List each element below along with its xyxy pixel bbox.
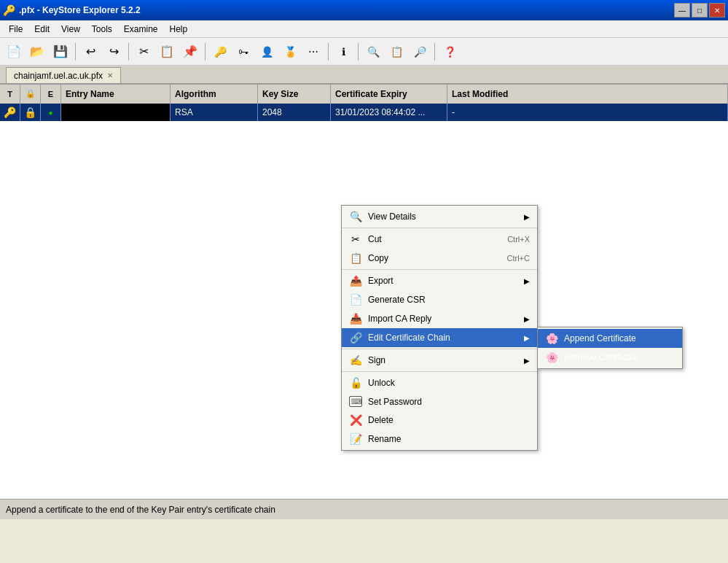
copy-icon: 📋	[349, 252, 362, 264]
ctx-edit-cert-chain[interactable]: 🔗 Edit Certificate Chain ▶ 🌸 Append Cert…	[342, 328, 537, 347]
help-button[interactable]: ❓	[439, 41, 461, 63]
export-icon: 📤	[349, 275, 362, 287]
generate-csr-icon: 📄	[349, 294, 362, 306]
ctx-copy[interactable]: 📋 Copy Ctrl+C	[342, 249, 537, 268]
ctx-sep2	[342, 269, 537, 270]
open-button[interactable]: 📂	[26, 41, 48, 63]
row-algorithm: RSA	[171, 104, 258, 121]
row-cert-expiry: 31/01/2023 08:44:02 ...	[331, 104, 447, 121]
remove-cert-icon: 🌸	[545, 352, 558, 363]
menu-bar: File Edit View Tools Examine Help	[0, 20, 728, 38]
ctx-edit-cert-chain-label: Edit Certificate Chain	[368, 333, 450, 343]
main-content: T 🔒 E Entry Name Algorithm Key Size Cert…	[0, 85, 728, 519]
save-button[interactable]: 💾	[50, 41, 71, 63]
maximize-button[interactable]: □	[692, 3, 708, 18]
ctx-delete[interactable]: ❌ Delete	[342, 411, 537, 430]
ctx-edit-cert-chain-arrow: ▶	[524, 334, 530, 342]
app-icon: 🔑	[3, 4, 15, 16]
set-password-icon: ⌨	[349, 396, 362, 407]
edit-cert-chain-icon: 🔗	[349, 332, 362, 343]
toolbar-sep2	[128, 43, 129, 61]
toolbar: 📄 📂 💾 ↩ ↪ ✂ 📋 📌 🔑 🗝 👤 🏅 ⋯ ℹ 🔍 📋 🔎 ❓	[0, 38, 728, 66]
close-button[interactable]: ✕	[709, 3, 725, 18]
ctx-copy-shortcut: Ctrl+C	[507, 254, 530, 263]
menu-examine[interactable]: Examine	[118, 23, 164, 36]
th-type: T	[0, 85, 20, 104]
dotdot-button[interactable]: ⋯	[302, 41, 324, 63]
menu-edit[interactable]: Edit	[28, 23, 55, 36]
minimize-button[interactable]: —	[674, 3, 690, 18]
th-key-size: Key Size	[258, 85, 331, 104]
person-button[interactable]: 👤	[256, 41, 278, 63]
ctx-remove-cert-label: Remove Certificate	[564, 352, 638, 362]
delete-icon: ❌	[349, 414, 362, 426]
ctx-cut-label: Cut	[368, 234, 382, 244]
search-button[interactable]: 🔍	[362, 41, 384, 63]
th-status: E	[41, 85, 61, 104]
ctx-remove-cert[interactable]: 🌸 Remove Certificate	[538, 348, 682, 367]
magnify-button[interactable]: 🔎	[409, 41, 431, 63]
table-row[interactable]: 🔑 🔒 ● RSA 2048 31/01/2023 08:44:02 ... -	[0, 104, 728, 121]
undo-button[interactable]: ↩	[79, 41, 101, 63]
ctx-generate-csr-label: Generate CSR	[368, 295, 426, 305]
row-entry-name	[61, 104, 171, 121]
table-header: T 🔒 E Entry Name Algorithm Key Size Cert…	[0, 85, 728, 104]
ctx-import-ca-reply[interactable]: 📥 Import CA Reply ▶	[342, 309, 537, 328]
title-bar: 🔑 .pfx - KeyStore Explorer 5.2.2 — □ ✕	[0, 0, 728, 20]
ctx-unlock[interactable]: 🔓 Unlock	[342, 373, 537, 392]
ctx-arrow-icon: ▶	[524, 213, 530, 221]
keystore-tab[interactable]: chainjamf.uel.ac.uk.pfx ✕	[6, 67, 121, 83]
keygen-button[interactable]: 🔑	[209, 41, 231, 63]
ctx-rename[interactable]: 📝 Rename	[342, 430, 537, 449]
ctx-copy-label: Copy	[368, 253, 388, 263]
copy-button[interactable]: 📋	[156, 41, 178, 63]
row-status-icon: ●	[41, 104, 61, 121]
sign-icon: ✍	[349, 354, 362, 366]
append-cert-icon: 🌸	[545, 333, 558, 344]
ctx-sign[interactable]: ✍ Sign ▶	[342, 351, 537, 370]
row-key-size: 2048	[258, 104, 331, 121]
tab-close-button[interactable]: ✕	[107, 71, 113, 79]
window-controls: — □ ✕	[674, 3, 725, 18]
toolbar-sep3	[205, 43, 206, 61]
keypair-button[interactable]: 🗝	[232, 41, 254, 63]
new-button[interactable]: 📄	[3, 41, 25, 63]
ctx-sep1	[342, 228, 537, 228]
ctx-view-details-label: View Details	[368, 211, 416, 222]
ctx-generate-csr[interactable]: 📄 Generate CSR	[342, 290, 537, 309]
menu-help[interactable]: Help	[164, 23, 194, 36]
row-last-modified: -	[447, 104, 728, 121]
menu-view[interactable]: View	[55, 23, 86, 36]
toolbar-sep5	[358, 43, 359, 61]
menu-file[interactable]: File	[3, 23, 28, 36]
menu-tools[interactable]: Tools	[86, 23, 118, 36]
ctx-sign-label: Sign	[368, 355, 385, 365]
import-ca-icon: 📥	[349, 313, 362, 325]
tab-bar: chainjamf.uel.ac.uk.pfx ✕	[0, 66, 728, 85]
ctx-sign-arrow: ▶	[524, 357, 530, 365]
context-menu: 🔍 View Details ▶ ✂ Cut Ctrl+X 📋 Copy Ctr…	[341, 205, 538, 451]
row-lock-icon: 🔒	[20, 104, 41, 121]
th-last-modified: Last Modified	[447, 85, 728, 104]
redo-button[interactable]: ↪	[103, 41, 125, 63]
cut-button[interactable]: ✂	[133, 41, 154, 63]
ctx-import-ca-arrow: ▶	[524, 315, 530, 323]
status-bar: Append a certificate to the end of the K…	[0, 499, 728, 519]
tab-label: chainjamf.uel.ac.uk.pfx	[14, 71, 103, 81]
unlock-icon: 🔓	[349, 377, 362, 389]
ctx-set-password[interactable]: ⌨ Set Password	[342, 392, 537, 411]
ctx-cut[interactable]: ✂ Cut Ctrl+X	[342, 230, 537, 249]
toolbar-sep4	[328, 43, 329, 61]
toolbar-sep1	[75, 43, 76, 61]
ctx-rename-label: Rename	[368, 434, 401, 444]
paste-button[interactable]: 📌	[179, 41, 201, 63]
clipboard2-button[interactable]: 📋	[385, 41, 407, 63]
th-cert-expiry: Certificate Expiry	[331, 85, 447, 104]
ctx-append-cert[interactable]: 🌸 Append Certificate	[538, 329, 682, 348]
ctx-export[interactable]: 📤 Export ▶	[342, 271, 537, 290]
ctx-set-password-label: Set Password	[368, 397, 422, 407]
cert-button[interactable]: 🏅	[279, 41, 301, 63]
info-button[interactable]: ℹ	[332, 41, 354, 63]
row-type-icon: 🔑	[0, 104, 20, 121]
ctx-view-details[interactable]: 🔍 View Details ▶	[342, 207, 537, 226]
